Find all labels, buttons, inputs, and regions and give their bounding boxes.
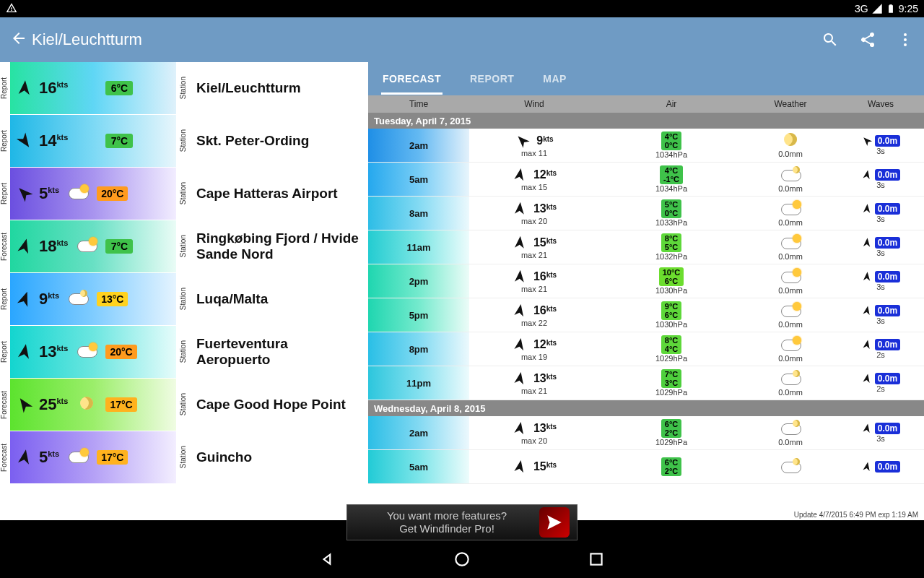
station-row[interactable]: Forecast 25kts 17°C Station Cape Good Ho… <box>0 379 368 431</box>
tab-bar: FORECAST REPORT MAP <box>368 62 924 95</box>
forecast-row[interactable]: 5am 15kts 6°C2°C 0.0m <box>368 450 924 484</box>
forecast-row[interactable]: 8am 13kts max 20 5°C0°C 1033hPa 0.0mm 0.… <box>368 197 924 230</box>
forecast-time: 5am <box>368 163 469 196</box>
promo-banner[interactable]: You want more features? Get Windfinder P… <box>346 504 578 540</box>
station-label: Station <box>179 77 189 99</box>
column-header: Time Wind Air Weather Waves <box>368 95 924 113</box>
forecast-row[interactable]: 2pm 16kts max 21 10°C6°C 1030hPa 0.0mm 0… <box>368 264 924 298</box>
wind-speed: 5kts <box>39 184 59 203</box>
stations-list[interactable]: Report 16kts 6°C Station Kiel/Leuchtturm… <box>0 62 368 520</box>
forecast-row[interactable]: 2am 13kts max 20 6°C2°C 1029hPa 0.0mm 0.… <box>368 416 924 450</box>
tab-forecast[interactable]: FORECAST <box>381 64 443 93</box>
forecast-row[interactable]: 5am 12kts max 15 4°C-1°C 1034hPa 0.0mm 0… <box>368 163 924 197</box>
weather-icon <box>72 395 101 414</box>
wind-speed: 16kts <box>39 79 68 98</box>
temp-badge: 17°C <box>105 397 136 412</box>
update-note: Update 4/7/2015 6:49 PM exp 1:19 AM <box>794 511 918 519</box>
forecast-table[interactable]: Tuesday, April 7, 2015 2am 9kts max 11 4… <box>368 113 924 520</box>
forecast-wind: 9kts max 11 <box>469 133 599 158</box>
station-name: Guincho <box>189 431 368 483</box>
station-name: Cape Good Hope Point <box>189 379 368 431</box>
app-toolbar: Kiel/Leuchtturm <box>0 17 924 62</box>
svg-rect-4 <box>590 553 601 564</box>
clock: 9:25 <box>899 3 918 14</box>
station-label: Station <box>179 182 189 204</box>
forecast-air: 8°C4°C 1029hPa <box>599 335 744 363</box>
station-row[interactable]: Report 14kts 7°C Station Skt. Peter-Ordi… <box>0 115 368 168</box>
forecast-air: 8°C5°C 1032hPa <box>599 233 744 261</box>
overflow-icon[interactable] <box>897 31 914 48</box>
station-row[interactable]: Report 16kts 6°C Station Kiel/Leuchtturm <box>0 62 368 115</box>
forecast-time: 5pm <box>368 298 469 332</box>
row-tag: Report <box>0 341 10 363</box>
nav-home-icon[interactable] <box>453 550 471 569</box>
forecast-wind: 15kts max 21 <box>469 235 599 259</box>
svg-point-2 <box>904 43 907 46</box>
forecast-air: 6°C2°C 1029hPa <box>599 419 744 447</box>
wind-speed: 18kts <box>39 237 68 256</box>
forecast-air: 6°C2°C <box>599 457 744 476</box>
nav-back-icon[interactable] <box>318 550 337 569</box>
forecast-row[interactable]: 11am 15kts max 21 8°C5°C 1032hPa 0.0mm 0… <box>368 230 924 264</box>
forecast-weather: 0.0mm <box>744 302 837 329</box>
station-row[interactable]: Forecast 18kts 7°C Station Ringkøbing Fj… <box>0 220 368 273</box>
row-tag: Forecast <box>0 233 10 261</box>
forecast-row[interactable]: 11pm 13kts max 21 7°C3°C 1029hPa 0.0mm 0… <box>368 366 924 400</box>
forecast-weather: 0.0mm <box>744 370 837 397</box>
wind-arrow-icon <box>14 236 35 256</box>
station-name: Cape Hatteras Airport <box>189 168 368 220</box>
forecast-pane: FORECAST REPORT MAP Time Wind Air Weathe… <box>368 62 924 520</box>
back-button[interactable] <box>10 30 32 50</box>
forecast-wind: 13kts max 20 <box>469 201 599 225</box>
tab-map[interactable]: MAP <box>541 64 568 93</box>
tab-report[interactable]: REPORT <box>468 64 515 93</box>
col-time: Time <box>368 95 469 113</box>
station-row[interactable]: Forecast 5kts 17°C Station Guincho <box>0 431 368 484</box>
statusbar: 3G 9:25 <box>0 0 924 17</box>
forecast-weather: 0.0mm <box>744 133 837 158</box>
forecast-row[interactable]: 2am 9kts max 11 4°C0°C 1034hPa 0.0mm 0.0… <box>368 129 924 163</box>
search-icon[interactable] <box>821 31 839 48</box>
temp-badge: 7°C <box>105 134 133 148</box>
station-row[interactable]: Report 5kts 20°C Station Cape Hatteras A… <box>0 168 368 220</box>
col-wind: Wind <box>469 95 599 113</box>
row-tag: Forecast <box>0 391 10 419</box>
temp-badge: 17°C <box>97 450 128 465</box>
station-label: Station <box>179 393 189 415</box>
forecast-row[interactable]: 8pm 12kts max 19 8°C4°C 1029hPa 0.0mm 0.… <box>368 332 924 366</box>
station-name: Luqa/Malta <box>189 273 368 325</box>
station-row[interactable]: Report 9kts 13°C Station Luqa/Malta <box>0 273 368 326</box>
forecast-waves: 0.0m 3s <box>837 169 924 189</box>
forecast-time: 11pm <box>368 366 469 400</box>
wind-arrow-icon <box>14 184 35 204</box>
share-icon[interactable] <box>859 31 876 48</box>
forecast-weather: 0.0mm <box>744 166 837 193</box>
wind-speed: 25kts <box>39 395 68 414</box>
wind-speed: 5kts <box>39 448 59 467</box>
forecast-time: 2am <box>368 129 469 162</box>
svg-point-3 <box>456 553 468 565</box>
forecast-weather: 0.0mm <box>744 336 837 363</box>
weather-icon <box>64 448 92 467</box>
station-row[interactable]: Report 13kts 20°C Station Fuerteventura … <box>0 326 368 379</box>
wind-arrow-icon <box>14 342 35 362</box>
forecast-time: 2pm <box>368 264 469 298</box>
row-tag: Report <box>0 77 10 99</box>
wind-arrow-icon <box>14 394 35 415</box>
forecast-waves: 0.0m 2s <box>837 339 924 359</box>
wind-speed: 13kts <box>39 342 68 361</box>
forecast-waves: 0.0m 3s <box>837 271 924 291</box>
forecast-weather: 0.0mm <box>744 420 837 447</box>
station-name: Fuerteventura Aeropuerto <box>189 326 368 378</box>
forecast-air: 4°C-1°C 1034hPa <box>599 165 744 193</box>
station-name: Skt. Peter-Ording <box>189 115 368 167</box>
col-waves: Waves <box>837 95 924 113</box>
col-air: Air <box>599 95 744 113</box>
forecast-row[interactable]: 5pm 16kts max 22 9°C6°C 1030hPa 0.0mm 0.… <box>368 298 924 332</box>
weather-icon <box>64 290 92 309</box>
wind-arrow-icon <box>14 447 35 467</box>
forecast-air: 5°C0°C 1033hPa <box>599 199 744 227</box>
page-title: Kiel/Leuchtturm <box>32 30 821 49</box>
forecast-wind: 13kts max 20 <box>469 420 599 445</box>
nav-recent-icon[interactable] <box>587 550 606 569</box>
